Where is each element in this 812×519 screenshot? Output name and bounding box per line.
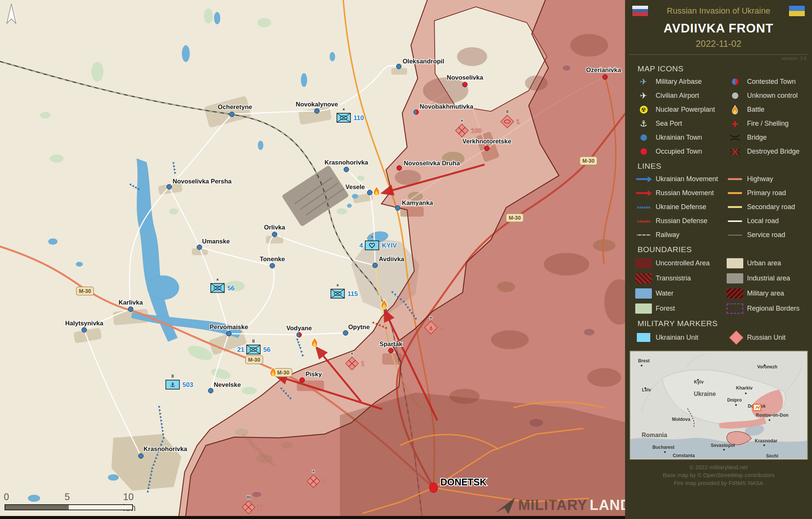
- legend-item-label: Urban area: [747, 259, 781, 267]
- minimap-label: Sevastopol: [711, 443, 735, 448]
- ukraine-defense-icon: ▲▲▲▲▲▲: [635, 202, 652, 213]
- minimap-label: Rostov-on-Don: [756, 413, 788, 418]
- legend-item-label: Water: [656, 290, 673, 297]
- legend-item-label: Primary road: [747, 189, 786, 197]
- legend-item-military-area: Military area: [726, 286, 812, 301]
- map-icons: MAP ICONS✈Military Airbase✈Civilian Airp…: [625, 64, 812, 159]
- legend-item-railway: Railway: [635, 228, 726, 242]
- town-marker: [395, 206, 400, 211]
- town-marker: [603, 75, 608, 80]
- legend-item-label: Sea Port: [656, 120, 682, 128]
- unit-number-label: 56: [227, 285, 235, 292]
- unit-number-label: 5: [323, 478, 326, 485]
- ukrainian-town-icon: [635, 132, 652, 143]
- transnistria-icon: [635, 273, 652, 284]
- town-label: Umanske: [202, 238, 230, 245]
- ukrainian-movement-icon: [635, 174, 652, 185]
- minimap-city-dot: [723, 449, 724, 450]
- town-marker: [414, 110, 419, 115]
- minimap-label: Moldova: [672, 417, 690, 422]
- legend-item-transnistria: Transnistria: [635, 271, 726, 286]
- legend-item-industrial-area: Industrial area: [726, 271, 812, 286]
- minimap-label: Voronezh: [757, 364, 777, 370]
- military-markers: MILITARY MARKERSUkrainian UnitRussian Un…: [625, 319, 812, 345]
- legend-item-label: Service road: [747, 231, 785, 239]
- legend-item-label: Local road: [747, 217, 779, 225]
- forest-icon: [635, 303, 652, 314]
- local-road-icon: [726, 216, 744, 227]
- map-series-title: Russian Invasion of Ukraine: [663, 6, 774, 16]
- legend-item-bridge: Bridge: [726, 131, 812, 145]
- road-shield-label: M-30: [509, 215, 521, 221]
- sidebar: Russian Invasion of Ukraine AVDIIVKA FRO…: [625, 0, 812, 519]
- railway-icon: [635, 229, 652, 241]
- unit-echelon: ×: [342, 107, 345, 112]
- minimap-label: Dnipro: [727, 397, 741, 403]
- town-marker: [270, 263, 275, 268]
- legend-item-unknown-control: Unknown control: [726, 89, 812, 103]
- legend-item-secondary-road: Secondary road: [726, 200, 812, 214]
- military-area-icon: [726, 288, 744, 299]
- town-label: Krasnohorivka: [324, 159, 368, 166]
- unit-echelon: ×: [216, 277, 219, 282]
- town-label: Oleksandropil: [403, 58, 444, 65]
- minimap-city-dot: [745, 393, 746, 394]
- legend-item-label: Bridge: [747, 134, 767, 142]
- unit-number-label: 1: [361, 360, 364, 367]
- watermark: MILITARY LAND: [494, 495, 631, 515]
- militaryland-logo-icon: [494, 495, 516, 515]
- unit-number-label: 4: [360, 242, 363, 249]
- legend-item-contested-town: Contested Town: [726, 75, 812, 89]
- legend-item-battle: Battle: [726, 103, 812, 117]
- legend-item-label: Regional Borders: [747, 305, 800, 313]
- town-marker: [485, 146, 489, 151]
- secondary-road-icon: [726, 202, 744, 213]
- road-shield-label: M-30: [79, 288, 91, 294]
- legend-item-label: Battle: [747, 106, 764, 114]
- town-marker: [297, 333, 302, 337]
- legend-item-label: Civilian Airport: [656, 92, 699, 100]
- uncontrolled-area-icon: [635, 257, 652, 269]
- svg-text:⚓: ⚓: [429, 325, 433, 331]
- legend-item-label: Destroyed Bridge: [747, 148, 800, 156]
- town-label: Ozerianivka: [586, 66, 621, 73]
- credit-line: Fire map provided by FIRMS NASA: [625, 479, 812, 487]
- legend-item-label: Railway: [656, 231, 679, 239]
- town-label: Pervomaiske: [210, 323, 248, 330]
- russian-defense-icon: ▲▲▲▲▲▲: [635, 216, 652, 227]
- fire-shelling-icon: +: [726, 118, 744, 129]
- avdiivka-front-infographic: militaryland.net M-30M-30M-30M-30M-30 ×1…: [0, 0, 812, 519]
- town-label: Opytne: [348, 323, 370, 330]
- boundaries-heading: BOUNDARIES: [638, 245, 812, 254]
- town-marker: [463, 82, 468, 87]
- town-marker: [128, 307, 133, 312]
- minimap-label: Sochi: [766, 453, 778, 459]
- legend-item-civilian-airport: ✈Civilian Airport: [635, 89, 726, 103]
- town-marker: [397, 166, 402, 171]
- legend-item-service-road: Service road: [726, 228, 812, 242]
- road-shield: M-30: [245, 356, 263, 364]
- unit-number-label: 56: [263, 346, 270, 353]
- town-label: Halytsynivka: [65, 320, 104, 326]
- town-marker: [272, 232, 277, 237]
- russian-movement-icon: [635, 188, 652, 199]
- legend-item-label: Russian Unit: [747, 334, 786, 342]
- legend-item-label: Ukrainian Unit: [656, 334, 698, 342]
- unit-number-label: 1: [516, 118, 520, 125]
- unit-echelon: II: [252, 339, 255, 344]
- minimap-label: Kharkiv: [736, 385, 752, 391]
- town-marker: [343, 331, 348, 336]
- unit-number-label: 115: [347, 290, 358, 297]
- town-label: Tonenke: [260, 256, 285, 262]
- urban-area-icon: [726, 257, 744, 269]
- legend: MAP ICONS✈Military Airbase✈Civilian Airp…: [625, 64, 812, 345]
- legend-item-regional-borders: Regional Borders: [726, 301, 812, 316]
- scale-bar-graphic: [5, 504, 133, 510]
- town-marker: [373, 263, 378, 268]
- legend-item-label: Fire / Shelling: [747, 120, 789, 128]
- unit-echelon: II: [506, 109, 509, 114]
- road-shield: M-30: [580, 157, 597, 165]
- highway-icon: [726, 174, 744, 185]
- town-label: Novoselivka: [447, 74, 483, 81]
- minimap-city-dot: [769, 419, 770, 421]
